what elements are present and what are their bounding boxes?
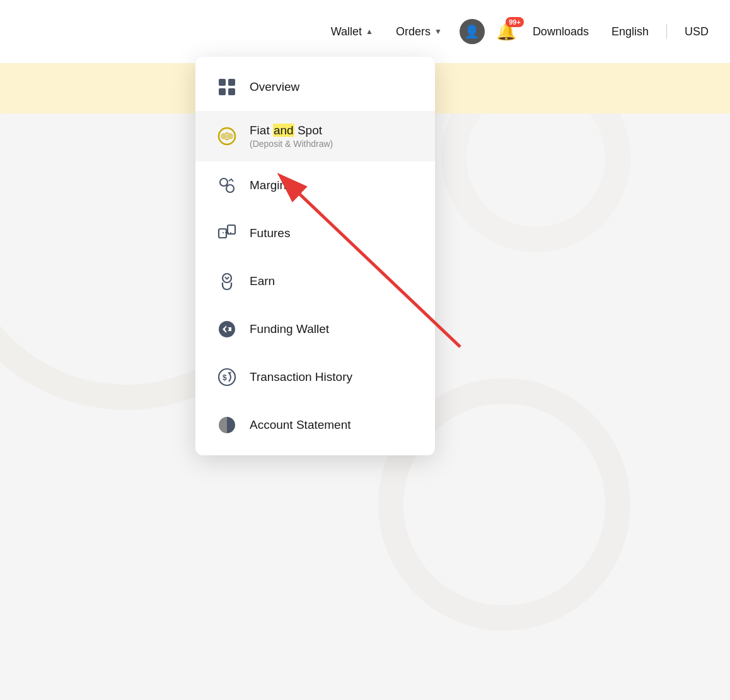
margin-text: Margin bbox=[250, 178, 286, 192]
menu-item-earn[interactable]: Earn bbox=[195, 257, 435, 305]
avatar-icon: 👤 bbox=[464, 24, 480, 39]
wallet-dropdown-menu: Overview Fiat and Spot (Deposit & Withdr… bbox=[195, 57, 435, 455]
menu-item-funding-wallet[interactable]: Funding Wallet bbox=[195, 305, 435, 353]
menu-item-transaction-history[interactable]: $ Transaction History bbox=[195, 353, 435, 401]
language-label: English bbox=[611, 25, 649, 38]
currency-label: USD bbox=[685, 25, 709, 38]
transaction-history-text: Transaction History bbox=[250, 370, 352, 384]
overview-text: Overview bbox=[250, 80, 299, 94]
funding-icon bbox=[216, 318, 238, 341]
orders-nav[interactable]: Orders ▼ bbox=[387, 20, 451, 44]
menu-item-fiat-spot[interactable]: Fiat and Spot (Deposit & Withdraw) bbox=[195, 111, 435, 161]
earn-label: Earn bbox=[250, 274, 275, 288]
transaction-history-label: Transaction History bbox=[250, 370, 352, 384]
notifications-bell[interactable]: 🔔 99+ bbox=[496, 22, 516, 42]
fiat-spot-text: Fiat and Spot (Deposit & Withdraw) bbox=[250, 124, 333, 149]
svg-point-18 bbox=[219, 369, 235, 385]
margin-label: Margin bbox=[250, 178, 286, 192]
earn-text: Earn bbox=[250, 274, 275, 288]
svg-point-6 bbox=[227, 133, 233, 139]
fiat-icon bbox=[216, 125, 238, 148]
account-statement-label: Account Statement bbox=[250, 418, 351, 432]
svg-point-13 bbox=[223, 274, 231, 283]
orders-label: Orders bbox=[396, 25, 431, 38]
svg-rect-10 bbox=[219, 229, 226, 238]
futures-label: Futures bbox=[250, 226, 290, 240]
statement-icon bbox=[216, 414, 238, 436]
language-nav[interactable]: English bbox=[603, 20, 658, 44]
svg-line-15 bbox=[227, 277, 229, 279]
menu-item-account-statement[interactable]: Account Statement bbox=[195, 401, 435, 449]
user-avatar[interactable]: 👤 bbox=[460, 19, 485, 44]
wallet-label: Wallet bbox=[331, 25, 362, 38]
top-navbar: Wallet ▲ Orders ▼ 👤 🔔 99+ Downloads Engl… bbox=[0, 0, 730, 63]
grid-icon bbox=[216, 76, 238, 98]
nav-divider bbox=[666, 24, 667, 39]
fiat-spot-sublabel: (Deposit & Withdraw) bbox=[250, 139, 333, 149]
funding-wallet-label: Funding Wallet bbox=[250, 322, 329, 336]
fiat-spot-label: Fiat and Spot bbox=[250, 124, 333, 137]
notification-badge: 99+ bbox=[506, 17, 524, 27]
earn-icon bbox=[216, 270, 238, 293]
futures-icon bbox=[216, 222, 238, 245]
svg-line-9 bbox=[226, 185, 228, 186]
futures-text: Futures bbox=[250, 226, 290, 240]
downloads-nav[interactable]: Downloads bbox=[524, 20, 598, 44]
svg-rect-3 bbox=[228, 88, 235, 95]
svg-rect-2 bbox=[219, 88, 226, 95]
overview-label: Overview bbox=[250, 80, 299, 94]
svg-rect-1 bbox=[228, 79, 235, 86]
downloads-label: Downloads bbox=[533, 25, 589, 38]
wallet-nav[interactable]: Wallet ▲ bbox=[322, 20, 382, 44]
account-statement-text: Account Statement bbox=[250, 418, 351, 432]
svg-point-5 bbox=[221, 133, 227, 139]
menu-item-futures[interactable]: Futures bbox=[195, 209, 435, 257]
currency-nav[interactable]: USD bbox=[676, 20, 717, 44]
orders-caret-icon: ▼ bbox=[434, 27, 442, 36]
wallet-caret-icon: ▲ bbox=[366, 27, 373, 36]
svg-rect-0 bbox=[219, 79, 226, 86]
svg-text:$: $ bbox=[223, 373, 227, 382]
svg-point-17 bbox=[225, 327, 229, 331]
menu-item-margin[interactable]: Margin bbox=[195, 161, 435, 209]
funding-wallet-text: Funding Wallet bbox=[250, 322, 329, 336]
transaction-icon: $ bbox=[216, 366, 238, 388]
menu-item-overview[interactable]: Overview bbox=[195, 63, 435, 111]
margin-icon bbox=[216, 174, 238, 197]
